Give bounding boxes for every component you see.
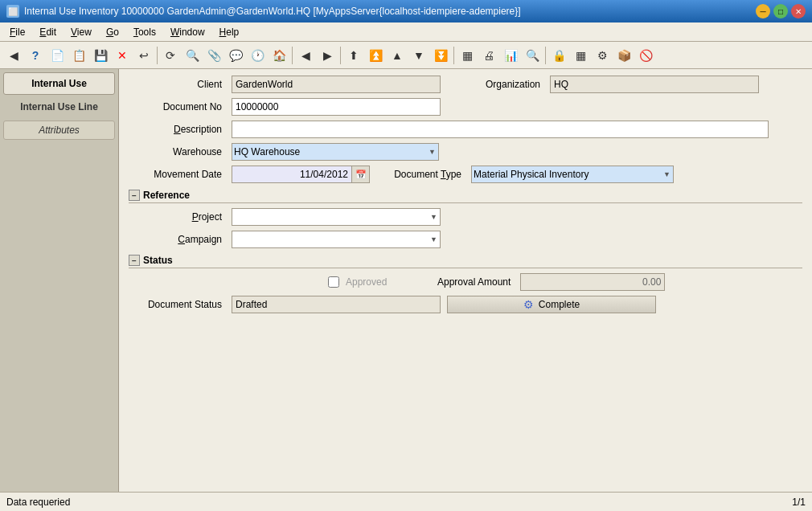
toolbar-separator-5 [545, 47, 546, 64]
last-button[interactable]: ⏬ [430, 45, 451, 66]
refresh-button[interactable]: ⟳ [160, 45, 181, 66]
document-no-field[interactable] [232, 98, 441, 116]
sidebar-tab-attributes[interactable]: Attributes [3, 121, 115, 140]
report-button[interactable]: 📊 [500, 45, 521, 66]
minimize-button[interactable]: ─ [756, 4, 770, 18]
attach-button[interactable]: 📎 [203, 45, 224, 66]
copy-record-button[interactable]: 📋 [68, 45, 89, 66]
menu-tools[interactable]: Tools [127, 25, 162, 39]
home-button[interactable]: 🏠 [269, 45, 289, 66]
status-section-label: Status [143, 255, 173, 266]
prev-page-button[interactable]: ▲ [387, 45, 408, 66]
project-select-wrapper [232, 208, 441, 226]
title-bar-text: Internal Use Inventory 10000000 GardenAd… [24, 6, 521, 17]
delete-record-button[interactable]: ✕ [112, 45, 133, 66]
description-row: Description [129, 121, 802, 138]
complete-label: Complete [539, 299, 580, 310]
undo-button[interactable]: ↩ [133, 45, 154, 66]
client-label: Client [129, 79, 225, 90]
history-button[interactable]: 🕐 [247, 45, 268, 66]
next-page-button[interactable]: ▼ [408, 45, 429, 66]
warehouse-label: Warehouse [129, 146, 225, 157]
document-type-select[interactable]: Material Physical Inventory [471, 166, 674, 183]
grid-view-button[interactable]: ▦ [457, 45, 478, 66]
description-label: Description [129, 124, 225, 135]
gear-icon: ⚙ [523, 298, 534, 311]
prev-record-button[interactable]: ◀ [295, 45, 316, 66]
main-content: Internal Use Internal Use Line Attribute… [0, 69, 812, 492]
next-record-button[interactable]: ▶ [317, 45, 338, 66]
sidebar-tab-internal-use-line[interactable]: Internal Use Line [3, 96, 115, 117]
toolbar-separator-3 [340, 47, 341, 64]
description-field[interactable] [232, 121, 769, 138]
toolbar-separator-1 [157, 47, 158, 64]
warehouse-row: Warehouse HQ Warehouse [129, 143, 802, 161]
document-no-row: Document No [129, 98, 802, 116]
sidebar: Internal Use Internal Use Line Attribute… [0, 69, 119, 492]
back-button[interactable]: ◀ [3, 45, 24, 66]
organization-field[interactable] [550, 76, 759, 93]
document-no-label: Document No [129, 101, 225, 112]
new-record-button[interactable]: 📄 [47, 45, 68, 66]
toolbar-separator-4 [453, 47, 454, 64]
title-bar-left: ⬜ Internal Use Inventory 10000000 Garden… [6, 5, 521, 18]
document-type-label: Document Type [376, 169, 465, 180]
parent-button[interactable]: ⬆ [343, 45, 364, 66]
find-button[interactable]: 🔍 [182, 45, 203, 66]
approved-checkbox[interactable] [328, 276, 339, 288]
toolbar: ◀ ? 📄 📋 💾 ✕ ↩ ⟳ 🔍 📎 💬 🕐 🏠 ◀ ▶ ⬆ ⏫ ▲ ▼ ⏬ … [0, 42, 812, 69]
menu-file[interactable]: File [3, 25, 31, 39]
workflow-button[interactable]: ⚙ [592, 45, 613, 66]
close-app-button[interactable]: 🚫 [635, 45, 656, 66]
document-type-select-wrapper: Material Physical Inventory [471, 166, 674, 183]
approved-row: Approved Approval Amount [129, 273, 802, 291]
menu-edit[interactable]: Edit [33, 25, 63, 39]
reference-section-header: − Reference [129, 190, 802, 203]
calendar-button[interactable]: 📅 [352, 166, 370, 183]
product-button[interactable]: ▦ [570, 45, 591, 66]
menu-help[interactable]: Help [213, 25, 246, 39]
warehouse-select[interactable]: HQ Warehouse [232, 143, 439, 161]
menu-go[interactable]: Go [100, 25, 125, 39]
document-status-label: Document Status [129, 299, 225, 310]
title-bar: ⬜ Internal Use Inventory 10000000 Garden… [0, 0, 812, 22]
document-status-field [232, 296, 441, 313]
client-field[interactable] [232, 76, 441, 93]
campaign-label: Campaign [129, 234, 225, 245]
campaign-select[interactable] [232, 231, 441, 248]
status-bar: Data requeried 1/1 [0, 492, 812, 511]
chat-button[interactable]: 💬 [225, 45, 246, 66]
title-bar-controls: ─ □ ✕ [756, 4, 806, 18]
campaign-select-wrapper [232, 231, 441, 248]
status-toggle[interactable]: − [129, 255, 140, 266]
archive-button[interactable]: 📦 [613, 45, 634, 66]
sidebar-tab-internal-use[interactable]: Internal Use [3, 72, 115, 95]
status-message: Data requeried [6, 497, 70, 508]
date-wrapper: 📅 [232, 166, 370, 183]
menu-window[interactable]: Window [164, 25, 211, 39]
document-status-row: Document Status ⚙ Complete [129, 296, 802, 313]
approval-amount-label: Approval Amount [393, 276, 514, 288]
maximize-button[interactable]: □ [773, 4, 788, 18]
menu-bar: File Edit View Go Tools Window Help [0, 22, 812, 42]
movement-date-row: Movement Date 📅 Document Type Material P… [129, 166, 802, 183]
reference-toggle[interactable]: − [129, 190, 140, 201]
lock-button[interactable]: 🔒 [548, 45, 569, 66]
project-row: Project [129, 208, 802, 226]
menu-view[interactable]: View [64, 25, 98, 39]
first-button[interactable]: ⏫ [365, 45, 386, 66]
movement-date-field[interactable] [232, 166, 352, 183]
organization-label: Organization [447, 79, 543, 90]
close-window-button[interactable]: ✕ [791, 4, 806, 18]
help-button[interactable]: ? [25, 45, 46, 66]
project-select[interactable] [232, 208, 441, 226]
print-button[interactable]: 🖨 [478, 45, 499, 66]
app-icon: ⬜ [6, 5, 19, 18]
reference-section-label: Reference [143, 190, 190, 201]
status-section-header: − Status [129, 255, 802, 268]
complete-button[interactable]: ⚙ Complete [447, 296, 656, 313]
zoom-button[interactable]: 🔍 [522, 45, 543, 66]
movement-date-label: Movement Date [129, 169, 225, 180]
approval-amount-field[interactable] [520, 273, 665, 291]
save-record-button[interactable]: 💾 [90, 45, 111, 66]
